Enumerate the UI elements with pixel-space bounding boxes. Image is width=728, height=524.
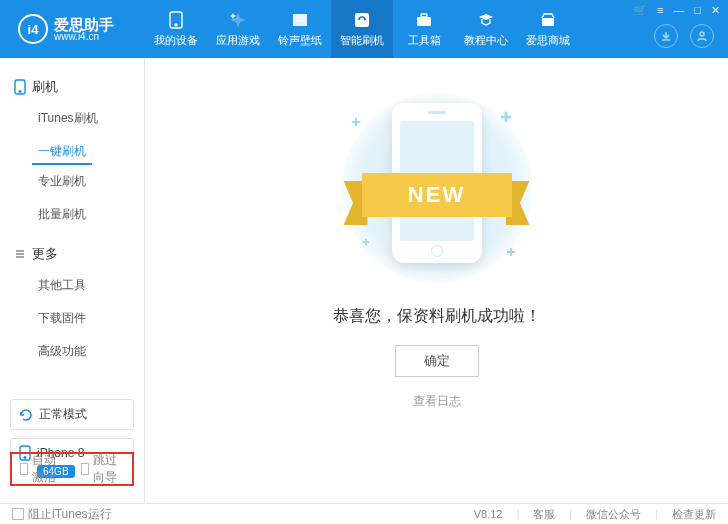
ribbon-text: NEW [362, 173, 512, 217]
options-row: 自动激活 跳过向导 [10, 452, 134, 486]
mode-label: 正常模式 [39, 406, 87, 423]
logo-icon: i4 [18, 14, 48, 44]
maximize-button[interactable]: □ [694, 4, 701, 17]
support-link[interactable]: 客服 [533, 507, 555, 522]
sidebar-item-advanced[interactable]: 高级功能 [32, 335, 134, 368]
wechat-link[interactable]: 微信公众号 [586, 507, 641, 522]
checkbox-label: 自动激活 [32, 452, 63, 486]
sidebar-group-title: 更多 [32, 245, 58, 263]
sidebar-group-more[interactable]: 更多 [10, 239, 134, 269]
version-label: V8.12 [474, 508, 503, 520]
nav-store[interactable]: 爱思商城 [517, 0, 579, 58]
phone-icon [14, 79, 26, 95]
svg-rect-3 [296, 17, 304, 18]
checkbox-icon [81, 463, 89, 475]
block-itunes-checkbox[interactable]: 阻止iTunes运行 [12, 506, 112, 523]
ringtone-icon [290, 11, 310, 29]
nav-apps-games[interactable]: 应用游戏 [207, 0, 269, 58]
app-url: www.i4.cn [54, 32, 114, 42]
nav-label: 铃声壁纸 [278, 33, 322, 48]
flash-icon [352, 11, 372, 29]
success-illustration: NEW [332, 98, 542, 278]
nav-smart-flash[interactable]: 智能刷机 [331, 0, 393, 58]
svg-rect-7 [421, 14, 427, 17]
mode-box[interactable]: 正常模式 [10, 399, 134, 430]
main-content: NEW 恭喜您，保资料刷机成功啦！ 确定 查看日志 [145, 58, 728, 503]
sidebar-group-flash[interactable]: 刷机 [10, 72, 134, 102]
sidebar-item-other-tools[interactable]: 其他工具 [32, 269, 134, 302]
sidebar: 刷机 iTunes刷机 一键刷机 专业刷机 批量刷机 更多 其他工具 下载固件 … [0, 58, 145, 503]
main-nav: 我的设备 应用游戏 铃声壁纸 智能刷机 工具箱 教程中心 爱思商城 [145, 0, 579, 58]
nav-label: 应用游戏 [216, 33, 260, 48]
app-name: 爱思助手 [54, 17, 114, 32]
view-log-link[interactable]: 查看日志 [413, 393, 461, 410]
svg-rect-5 [355, 13, 369, 27]
sidebar-item-download-firmware[interactable]: 下载固件 [32, 302, 134, 335]
cart-icon[interactable]: 🛒 [633, 4, 647, 17]
list-icon [14, 248, 26, 260]
check-update-link[interactable]: 检查更新 [672, 507, 716, 522]
tutorial-icon [476, 11, 496, 29]
nav-label: 工具箱 [408, 33, 441, 48]
nav-toolbox[interactable]: 工具箱 [393, 0, 455, 58]
new-ribbon: NEW [344, 173, 530, 225]
nav-label: 教程中心 [464, 33, 508, 48]
close-button[interactable]: ✕ [711, 4, 720, 17]
sidebar-item-batch-flash[interactable]: 批量刷机 [32, 198, 134, 231]
menu-icon[interactable]: ≡ [657, 4, 663, 17]
user-button[interactable] [690, 24, 714, 48]
footer: 阻止iTunes运行 V8.12 | 客服 | 微信公众号 | 检查更新 [0, 503, 728, 524]
svg-point-1 [175, 24, 177, 26]
app-header: i4 爱思助手 www.i4.cn 我的设备 应用游戏 铃声壁纸 智能刷机 工具… [0, 0, 728, 58]
device-icon [166, 11, 186, 29]
toolbox-icon [414, 11, 434, 29]
svg-point-9 [700, 32, 704, 36]
success-message: 恭喜您，保资料刷机成功啦！ [333, 306, 541, 327]
svg-rect-8 [542, 18, 554, 26]
checkbox-label: 跳过向导 [93, 452, 124, 486]
sidebar-item-itunes-flash[interactable]: iTunes刷机 [32, 102, 134, 135]
app-logo: i4 爱思助手 www.i4.cn [0, 14, 145, 44]
sidebar-item-pro-flash[interactable]: 专业刷机 [32, 165, 134, 198]
checkbox-icon [12, 508, 24, 520]
nav-label: 爱思商城 [526, 33, 570, 48]
svg-rect-6 [417, 17, 431, 26]
download-button[interactable] [654, 24, 678, 48]
store-icon [538, 11, 558, 29]
ok-button[interactable]: 确定 [395, 345, 479, 377]
refresh-icon [19, 408, 33, 422]
checkbox-label: 阻止iTunes运行 [28, 506, 112, 523]
minimize-button[interactable]: — [673, 4, 684, 17]
nav-my-device[interactable]: 我的设备 [145, 0, 207, 58]
svg-point-11 [19, 91, 21, 93]
svg-rect-4 [296, 20, 304, 21]
skip-guide-checkbox[interactable]: 跳过向导 [81, 452, 124, 486]
nav-tutorials[interactable]: 教程中心 [455, 0, 517, 58]
nav-label: 我的设备 [154, 33, 198, 48]
auto-activate-checkbox[interactable]: 自动激活 [20, 452, 63, 486]
nav-label: 智能刷机 [340, 33, 384, 48]
window-controls: 🛒 ≡ — □ ✕ [633, 4, 720, 17]
sidebar-item-oneclick-flash[interactable]: 一键刷机 [32, 135, 92, 165]
nav-ringtones[interactable]: 铃声壁纸 [269, 0, 331, 58]
sidebar-group-title: 刷机 [32, 78, 58, 96]
header-right-buttons [654, 24, 714, 48]
apps-icon [228, 11, 248, 29]
checkbox-icon [20, 463, 28, 475]
